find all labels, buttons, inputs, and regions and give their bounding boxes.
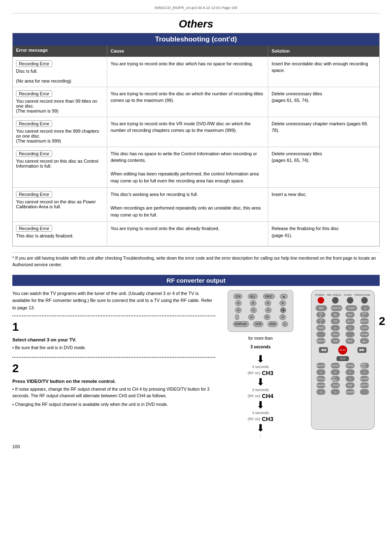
step2-num: 2 — [12, 359, 215, 378]
col-header-solution: Solution — [268, 46, 379, 57]
solution-col-5: Insert a new disc. — [268, 188, 379, 221]
arrow-1: ⬇ — [256, 354, 265, 364]
step-label-3: 3 seconds — [252, 411, 269, 415]
page-title: Others — [12, 18, 380, 30]
error-badge-4: Recording Error — [16, 150, 52, 157]
topbar-text: E9501CD_EN/FR_v3.qx3 04.8.10 12:01 Page … — [154, 6, 237, 10]
error-col-2: Recording Error You cannot record more t… — [13, 87, 107, 117]
remote-body: POWERREC SPEEDAUDIOOPEN/CLOSE REC MONITO… — [311, 290, 375, 430]
table-row: Recording Error You cannot record on thi… — [13, 147, 379, 188]
step-label-2: 3 seconds — [252, 388, 269, 392]
error-col-5: Recording Error You cannot record on the… — [13, 188, 107, 221]
table-row: Recording Error You cannot record more t… — [13, 117, 379, 147]
troubleshooting-header: Troubleshooting (cont'd) — [13, 33, 379, 46]
for-more-than: for more than — [248, 336, 272, 341]
table-row: Recording Error You cannot record more t… — [13, 87, 379, 117]
solution-col-4: Delete unnecessary titles(pages 61, 65, … — [268, 147, 379, 188]
solution-col-1: Insert the recordable disc with enough r… — [268, 57, 379, 87]
footnote: * If you are still having trouble with t… — [12, 252, 380, 268]
step2-sub1: • If noise appears, change the RF output… — [12, 386, 215, 399]
col-header-error: Error message — [13, 46, 107, 57]
cause-col-2: You are trying to record onto the disc o… — [107, 87, 268, 117]
error-col-4: Recording Error You cannot record on thi… — [13, 147, 107, 188]
table-row: Recording Error You cannot record on the… — [13, 187, 379, 221]
rf-center-diagram: CH ALL DISC ▲ ⊙ ⊙ ⊙ ⊙ ⊙ ⊙ ⊙ ● — [219, 290, 302, 438]
cause-col-4: This disc has no space to write the Cont… — [107, 147, 268, 188]
rf-right-remote: POWERREC SPEEDAUDIOOPEN/CLOSE REC MONITO… — [306, 290, 380, 438]
rf-section-header: RF converter output — [12, 275, 380, 286]
controller-diagram: CH ALL DISC ▲ ⊙ ⊙ ⊙ ⊙ ⊙ ⊙ ⊙ ● — [228, 290, 293, 332]
page: E9501CD_EN/FR_v3.qx3 04.8.10 12:01 Page … — [0, 0, 392, 457]
error-badge-1: Recording Error — [16, 60, 52, 67]
error-col-6: Recording Error This disc is already fin… — [13, 222, 107, 246]
channel-row-1: (RF on) CH3 — [248, 370, 274, 376]
solution-col-6: Release the finalizing for this disc(pag… — [268, 222, 379, 246]
arrow-2: ⬇ — [256, 377, 265, 387]
rf-intro: You can watch the TV programs with the t… — [12, 290, 215, 312]
cause-col-6: You are trying to record onto the disc a… — [107, 222, 268, 246]
cause-col-1: You are trying to record onto the disc w… — [107, 57, 268, 87]
arrow-4: ⬇ — [256, 423, 265, 433]
top-bar: E9501CD_EN/FR_v3.qx3 04.8.10 12:01 Page … — [12, 4, 380, 14]
rf-left-col: You can watch the TV programs with the t… — [12, 290, 215, 438]
page-number: 100 — [12, 444, 380, 449]
channel-steps: ⬇ 3 seconds (RF on) CH3 ⬇ 3 seconds (RF … — [219, 354, 302, 438]
three-seconds-label: 3 seconds — [251, 345, 271, 349]
col-header-cause: Cause — [107, 46, 268, 57]
error-col-1: Recording Error Disc is full.(No area fo… — [13, 57, 107, 87]
arrow-3: ⬇ — [256, 400, 265, 410]
cause-col-5: This disc's working area for recording i… — [107, 188, 268, 221]
error-badge-5: Recording Error — [16, 191, 52, 198]
ellipsis: ⋮ — [258, 434, 263, 438]
step1-num: 1 — [12, 318, 215, 336]
rf-content: You can watch the TV programs with the t… — [12, 290, 380, 438]
error-col-3: Recording Error You cannot record more t… — [13, 117, 107, 147]
table-row: Recording Error This disc is already fin… — [13, 221, 379, 246]
table-column-headers: Error message Cause Solution — [13, 46, 379, 57]
step1-label: Select channel 3 on your TV. — [12, 336, 215, 343]
error-badge-6: Recording Error — [16, 225, 52, 232]
step2-badge: 2 — [379, 315, 385, 328]
troubleshooting-table: Troubleshooting (cont'd) Error message C… — [12, 33, 380, 246]
channel-row-3: (RF on) CH3 — [248, 416, 274, 422]
table-row: Recording Error Disc is full.(No area fo… — [13, 57, 379, 87]
step2-label: Press VIDEO/TV button on the remote cont… — [12, 378, 215, 385]
remote-control-diagram: POWERREC SPEEDAUDIOOPEN/CLOSE REC MONITO… — [311, 290, 375, 430]
solution-col-3: Delete unnecessary chapter markers (page… — [268, 117, 379, 147]
solution-col-2: Delete unnecessary titles(pages 61, 65, … — [268, 87, 379, 117]
step1-sub: • Be sure that the unit is in DVD mode. — [12, 345, 215, 351]
cause-col-3: You are trying to record onto the VR mod… — [107, 117, 268, 147]
error-badge-2: Recording Error — [16, 90, 52, 97]
error-badge-3: Recording Error — [16, 120, 52, 127]
step-label-1: 3 seconds — [252, 365, 269, 369]
channel-row-2: (RF on) CH4 — [248, 393, 274, 399]
step2-sub2: • Changing the RF output channel is avai… — [12, 401, 215, 408]
